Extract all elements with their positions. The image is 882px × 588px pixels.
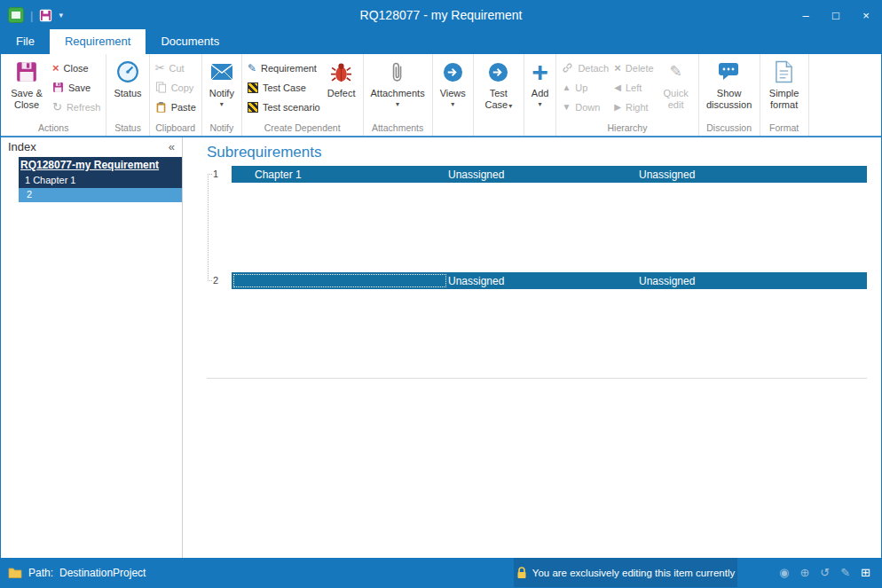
test-case-icon [248, 82, 258, 93]
ribbon-group-attachments: Attachments ▾ Attachments [364, 54, 433, 136]
discussion-bubble-icon [718, 59, 741, 85]
ribbon-group-views: Views ▾ [433, 54, 474, 136]
ribbon-tabbar: File Requirement Documents [1, 29, 881, 54]
create-test-scenario-button[interactable]: Test scenario [245, 99, 323, 114]
cut-scissors-icon: ✂ [155, 62, 165, 74]
tree-root-requirement[interactable]: RQ128077-my Requirement [19, 157, 182, 173]
close-window-button[interactable]: × [851, 1, 881, 29]
status-button[interactable]: Status [109, 56, 146, 99]
paste-clipboard-icon [155, 101, 167, 114]
refresh-label: Refresh [67, 102, 101, 113]
add-dropdown-caret-icon: ▾ [539, 100, 542, 108]
path-value: DestinationProject [59, 567, 146, 579]
statusbar-link-icon[interactable]: ⊕ [799, 566, 809, 579]
right-arrow-icon: ▶ [614, 102, 621, 112]
test-case-circle-icon [488, 59, 508, 85]
left-arrow-icon: ◀ [614, 82, 621, 92]
views-label: Views [440, 88, 466, 99]
ribbon-group-notify: Notify ▾ Notify [202, 54, 242, 136]
maximize-button[interactable]: □ [821, 1, 851, 29]
statusbar-info-icon[interactable]: ◉ [779, 566, 789, 579]
statusbar: Path: DestinationProject You are exclusi… [1, 558, 881, 587]
save-floppy-icon [52, 82, 64, 93]
main-content: Subrequirements 1 Chapter 1 Unassigned U… [184, 137, 881, 558]
section-divider [207, 378, 867, 379]
status-label: Status [114, 88, 141, 99]
cut-button[interactable]: ✂ Cut [153, 60, 199, 75]
qat-chevron-down-icon[interactable]: ▾ [59, 11, 63, 20]
subrequirement-name-focused[interactable] [232, 272, 448, 289]
show-discussion-button[interactable]: Show discussion [702, 56, 757, 110]
attachments-button[interactable]: Attachments ▾ [366, 56, 429, 108]
ribbon: Save & Close × Close Save ↻ Refresh [1, 54, 881, 137]
collapse-panel-icon[interactable]: « [169, 140, 175, 153]
left-label: Left [626, 82, 642, 93]
create-requirement-button[interactable]: ✎ Requirement [245, 60, 323, 75]
quick-access-toolbar: | ▾ [1, 7, 63, 23]
delete-x-icon: × [614, 62, 621, 74]
subrequirement-number-1: 1 [213, 169, 218, 179]
move-up-button[interactable]: ▲ Up [559, 80, 611, 95]
exclusive-edit-message: You are exclusively editing this item cu… [532, 568, 735, 578]
subrequirement-number-2: 2 [213, 275, 218, 286]
ribbon-group-discussion: Show discussion Discussion [699, 54, 760, 136]
save-icon [15, 59, 38, 85]
copy-button[interactable]: Copy [153, 80, 199, 95]
move-down-button[interactable]: ▼ Down [559, 99, 611, 114]
add-button[interactable]: + Add ▾ [527, 56, 554, 108]
ribbon-group-create-dependent: ✎ Requirement Test Case Test scenario De… [242, 54, 364, 136]
cut-label: Cut [169, 63, 185, 74]
group-label-attachments: Attachments [366, 122, 429, 136]
notify-button[interactable]: Notify ▾ [205, 56, 239, 108]
tab-documents[interactable]: Documents [146, 29, 234, 54]
copy-icon [155, 82, 167, 93]
create-test-case-button[interactable]: Test Case [245, 80, 323, 95]
subrequirement-row-1[interactable]: Chapter 1 Unassigned Unassigned [232, 166, 867, 183]
save-and-close-button[interactable]: Save & Close [4, 56, 50, 110]
statusbar-edit-icon[interactable]: ✎ [840, 566, 850, 579]
close-label: Close [64, 63, 89, 74]
simple-format-label: Simple format [768, 88, 801, 110]
tree-item-chapter-1[interactable]: 1 Chapter 1 [19, 173, 182, 188]
views-circle-icon [443, 59, 463, 85]
up-arrow-icon: ▲ [562, 82, 571, 92]
refresh-button[interactable]: ↻ Refresh [50, 99, 103, 114]
copy-label: Copy [171, 82, 194, 93]
minimize-button[interactable]: – [791, 1, 821, 29]
path-label: Path: [28, 567, 53, 579]
subrequirement-row-2-selected[interactable]: Unassigned Unassigned [232, 272, 867, 289]
defect-label: Defect [327, 88, 356, 99]
statusbar-tools: ◉ ⊕ ↺ ✎ ⊞ [779, 558, 870, 587]
close-button[interactable]: × Close [50, 60, 103, 75]
test-case-dropdown-caret-icon: ▾ [508, 102, 512, 110]
add-label: Add [532, 88, 549, 99]
save-button[interactable]: Save [50, 80, 103, 95]
group-label-status: Status [109, 122, 146, 136]
tab-file[interactable]: File [1, 29, 50, 54]
tab-requirement[interactable]: Requirement [50, 29, 146, 54]
statusbar-hierarchy-icon[interactable]: ⊞ [861, 566, 870, 579]
close-x-icon: × [52, 62, 59, 74]
test-case-button[interactable]: Test Case▾ [476, 56, 521, 110]
statusbar-history-icon[interactable]: ↺ [820, 566, 830, 579]
group-label-add [527, 122, 554, 136]
refresh-icon: ↻ [52, 101, 62, 113]
quick-save-icon[interactable] [39, 9, 52, 22]
move-right-button[interactable]: ▶ Right [611, 99, 656, 114]
paste-button[interactable]: Paste [153, 99, 199, 114]
create-defect-button[interactable]: Defect [323, 56, 360, 99]
detach-button[interactable]: Detach [559, 60, 611, 75]
move-left-button[interactable]: ◀ Left [611, 80, 656, 95]
create-test-case-label: Test Case [263, 82, 306, 93]
detach-icon [562, 62, 573, 74]
views-button[interactable]: Views ▾ [436, 56, 470, 108]
paste-label: Paste [171, 102, 196, 113]
notify-label: Notify [209, 88, 234, 99]
tree-item-2-selected[interactable]: 2 [19, 188, 182, 202]
page-title: Subrequirements [207, 144, 881, 161]
simple-format-button[interactable]: Simple format [763, 56, 806, 110]
delete-button[interactable]: × Delete [611, 60, 656, 75]
ribbon-group-test-case: Test Case▾ [474, 54, 524, 136]
quick-edit-button[interactable]: ✎ Quick edit [657, 56, 696, 110]
app-icon[interactable] [8, 7, 24, 23]
